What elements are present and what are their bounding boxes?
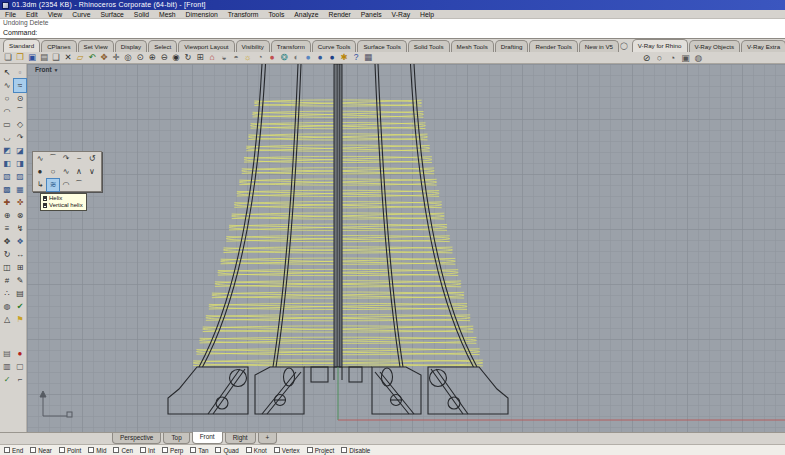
helix-icon[interactable]: ≋: [47, 179, 59, 191]
options-icon[interactable]: ✱: [338, 52, 350, 63]
trim-icon[interactable]: ⊕: [1, 209, 13, 222]
print-icon[interactable]: ▤: [38, 52, 50, 63]
dimension-icon[interactable]: #: [1, 274, 13, 287]
shaded-viewport-icon[interactable]: ◐: [290, 52, 302, 63]
toolbar-tab[interactable]: New in V5: [579, 40, 619, 52]
offset-curve-icon[interactable]: ◡: [1, 131, 13, 144]
toolbar-tab[interactable]: Mesh Tools: [451, 40, 494, 52]
check-icon[interactable]: ✓: [1, 373, 13, 386]
split-icon[interactable]: ⊗: [14, 209, 26, 222]
explode-icon[interactable]: ↯: [14, 222, 26, 235]
ghosted-viewport-icon[interactable]: ●: [314, 52, 326, 63]
paste-icon[interactable]: ▱: [74, 52, 86, 63]
osnap-item[interactable]: Quad: [215, 447, 238, 454]
text-icon[interactable]: ✎: [14, 274, 26, 287]
circle-center-icon[interactable]: ⊙: [14, 92, 26, 105]
osnap-item[interactable]: Mid: [88, 447, 106, 454]
rotate-tool-icon[interactable]: ↻: [1, 248, 13, 261]
curve-freeform-icon[interactable]: ∿: [1, 79, 13, 92]
viewport-tab[interactable]: Front: [192, 432, 223, 444]
osnap-item[interactable]: Knot: [246, 447, 267, 454]
sphere-icon[interactable]: ▨: [14, 170, 26, 183]
arc-segment-icon[interactable]: ⌒: [73, 179, 85, 191]
spiral-icon[interactable]: ◠: [60, 179, 72, 191]
revolve-curve-icon[interactable]: ↺: [86, 153, 98, 165]
circle-icon[interactable]: ○: [1, 92, 13, 105]
zoom-window-icon[interactable]: ⊙: [134, 52, 146, 63]
undo-icon[interactable]: ↶: [86, 52, 98, 63]
select-icon[interactable]: ↖: [1, 66, 13, 79]
hide-icon[interactable]: ◍: [1, 300, 13, 313]
menu-item[interactable]: Render: [324, 10, 356, 19]
surface-from-curves-icon[interactable]: ◩: [1, 144, 13, 157]
toolbar-tab[interactable]: CPlanes: [41, 40, 76, 52]
render-settings-icon[interactable]: ▤: [1, 347, 13, 360]
osnap-item[interactable]: Int: [140, 447, 155, 454]
polyline-icon[interactable]: ∧: [73, 166, 85, 178]
open-file-icon[interactable]: ❐: [14, 52, 26, 63]
menu-item[interactable]: File: [0, 10, 21, 19]
background-bitmap-icon[interactable]: ▦: [362, 52, 374, 63]
vray-tab[interactable]: V-Ray for Rhino: [632, 39, 688, 52]
selection-filter-icon[interactable]: ▫: [14, 66, 26, 79]
menu-item[interactable]: Surface: [95, 10, 128, 19]
control-point-curve-icon[interactable]: ≈: [14, 79, 26, 92]
osnap-item[interactable]: Tan: [190, 447, 208, 454]
checkbox-icon[interactable]: [59, 447, 65, 453]
menu-item[interactable]: Tools: [263, 10, 289, 19]
arc-3pt-icon[interactable]: ⌒: [14, 105, 26, 118]
copy-icon[interactable]: ❑: [50, 52, 62, 63]
toolbar-tab[interactable]: Select: [148, 40, 177, 52]
checkbox-icon[interactable]: [30, 447, 36, 453]
circle-curve-icon[interactable]: ○: [47, 166, 59, 178]
viewport-layout-icon[interactable]: ⊞: [194, 52, 206, 63]
toolbar-tab[interactable]: Drafting: [495, 40, 529, 52]
checkbox-icon[interactable]: [4, 447, 10, 453]
checkbox-icon[interactable]: [274, 447, 280, 453]
menu-item[interactable]: Edit: [21, 10, 43, 19]
move-tool-icon[interactable]: ✥: [1, 235, 13, 248]
fillet-icon[interactable]: ✚: [1, 196, 13, 209]
sketch-curve-icon[interactable]: ~: [73, 153, 85, 165]
scale-tool-icon[interactable]: ↔: [14, 248, 26, 261]
surface-plane-icon[interactable]: ◪: [14, 144, 26, 157]
vray-batch-render-icon[interactable]: ◍: [692, 53, 705, 64]
new-file-icon[interactable]: ❏: [2, 52, 14, 63]
toolbar-tab[interactable]: Transform: [271, 40, 311, 52]
rectangle-icon[interactable]: ▭: [1, 118, 13, 131]
toolbar-tab[interactable]: Curve Tools: [312, 40, 357, 52]
corner-curve-icon[interactable]: ↳: [34, 179, 46, 191]
arc-curve-icon[interactable]: ⌒: [47, 153, 59, 165]
vray-material-editor-icon[interactable]: ○: [653, 53, 666, 64]
named-view-icon[interactable]: ⌂: [206, 52, 218, 63]
polyline-segments-icon[interactable]: ∨: [86, 166, 98, 178]
box-icon[interactable]: ▧: [1, 170, 13, 183]
checkbox-icon[interactable]: [246, 447, 252, 453]
vray-render-icon[interactable]: ◔: [666, 53, 679, 64]
conic-curve-icon[interactable]: ∿: [34, 153, 46, 165]
render-preview-icon[interactable]: ❂: [278, 52, 290, 63]
menu-item[interactable]: Mesh: [154, 10, 181, 19]
lighting-icon[interactable]: ☼: [242, 52, 254, 63]
chamfer-icon[interactable]: ✜: [14, 196, 26, 209]
zoom-out-icon[interactable]: ⊖: [158, 52, 170, 63]
cplane-world-icon[interactable]: ◓: [230, 52, 242, 63]
rotate-view-icon[interactable]: ↻: [182, 52, 194, 63]
menu-item[interactable]: Transform: [223, 10, 264, 19]
viewport-tab[interactable]: +: [258, 433, 278, 444]
osnap-item[interactable]: Cen: [113, 447, 133, 454]
menu-item[interactable]: Panels: [356, 10, 387, 19]
viewport-tab[interactable]: Top: [163, 433, 189, 444]
render-stop-icon[interactable]: ●: [14, 347, 26, 360]
zoom-selected-icon[interactable]: ◉: [170, 52, 182, 63]
flag-icon[interactable]: ⚑: [14, 313, 26, 326]
analyze-icon[interactable]: △: [1, 313, 13, 326]
osnap-item[interactable]: Near: [30, 447, 52, 454]
osnap-item[interactable]: Point: [59, 447, 81, 454]
checkbox-icon[interactable]: [162, 447, 168, 453]
move-icon[interactable]: ✛: [110, 52, 122, 63]
point-grid-icon[interactable]: ▤: [14, 287, 26, 300]
xray-viewport-icon[interactable]: ●: [326, 52, 338, 63]
toolbar-tab[interactable]: Render Tools: [529, 40, 577, 52]
render-region-icon[interactable]: ▢: [14, 360, 26, 373]
